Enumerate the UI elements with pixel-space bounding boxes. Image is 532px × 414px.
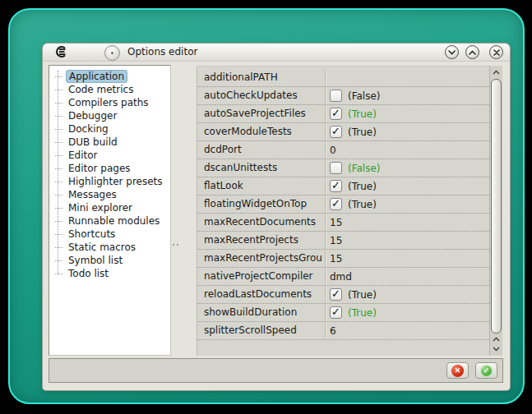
sidebar-item-debugger[interactable]: Debugger bbox=[49, 109, 170, 122]
dot-icon bbox=[111, 52, 113, 54]
option-row-showBuildDuration[interactable]: showBuildDuration✓(True) bbox=[197, 304, 489, 322]
sidebar-item-todo-list[interactable]: Todo list bbox=[49, 267, 170, 280]
splitter-handle[interactable] bbox=[171, 241, 183, 249]
tree-branch-icon bbox=[55, 155, 62, 156]
unshade-button[interactable] bbox=[465, 45, 479, 59]
option-value-cell[interactable]: ✓(True) bbox=[326, 196, 489, 213]
window-menu-button[interactable] bbox=[104, 45, 120, 61]
option-value-cell[interactable]: 15 bbox=[326, 232, 489, 249]
option-row-reloadLastDocuments[interactable]: reloadLastDocuments✓(True) bbox=[197, 286, 489, 304]
app-logo-icon bbox=[54, 45, 67, 58]
sidebar-item-label: DUB build bbox=[66, 136, 120, 149]
option-row-dcdPort[interactable]: dcdPort0 bbox=[197, 141, 489, 159]
option-value-text: (True) bbox=[348, 199, 377, 210]
sidebar-item-label: Code metrics bbox=[66, 83, 136, 96]
option-row-dscanUnittests[interactable]: dscanUnittests(False) bbox=[197, 159, 489, 177]
window-frame: Options editor ApplicationCode metricsCo… bbox=[8, 8, 525, 404]
option-row-autoSaveProjectFiles[interactable]: autoSaveProjectFiles✓(True) bbox=[197, 105, 489, 123]
option-row-coverModuleTests[interactable]: coverModuleTests✓(True) bbox=[197, 123, 489, 141]
option-value-cell[interactable]: 0 bbox=[326, 141, 489, 159]
close-button[interactable] bbox=[489, 45, 503, 59]
tree-branch-icon bbox=[55, 260, 62, 261]
chevron-down-icon bbox=[448, 50, 456, 55]
sidebar-item-application[interactable]: Application bbox=[49, 70, 170, 83]
accept-check-icon: ✓ bbox=[480, 365, 493, 377]
option-row-autoCheckUpdates[interactable]: autoCheckUpdates(False) bbox=[197, 87, 489, 105]
option-name: floatingWidgetOnTop bbox=[197, 196, 326, 213]
sidebar-item-docking[interactable]: Docking bbox=[49, 122, 170, 136]
cancel-button[interactable]: ✕ bbox=[446, 362, 469, 379]
scrollbar-thumb[interactable] bbox=[491, 79, 502, 334]
option-name: splitterScrollSpeed bbox=[197, 322, 326, 339]
sidebar-item-editor-pages[interactable]: Editor pages bbox=[49, 162, 170, 175]
checkbox-checked-icon[interactable]: ✓ bbox=[330, 180, 342, 192]
checkbox-checked-icon[interactable]: ✓ bbox=[330, 126, 342, 138]
sidebar-item-code-metrics[interactable]: Code metrics bbox=[49, 83, 170, 96]
scroll-down-button[interactable] bbox=[491, 344, 502, 353]
chevron-up-icon bbox=[493, 70, 500, 75]
option-value-text: (True) bbox=[348, 289, 377, 301]
scroll-up-button[interactable] bbox=[491, 67, 502, 76]
option-value-text: (True) bbox=[348, 181, 377, 192]
option-value-cell[interactable]: ✓(True) bbox=[326, 123, 489, 140]
option-value-cell[interactable]: 15 bbox=[326, 250, 489, 267]
sidebar-item-label: Static macros bbox=[66, 241, 138, 254]
option-row-nativeProjectCompiler[interactable]: nativeProjectCompilerdmd bbox=[197, 268, 489, 286]
checkbox-unchecked-icon[interactable] bbox=[330, 162, 342, 174]
shade-button[interactable] bbox=[445, 45, 459, 59]
sidebar-item-highlighter-presets[interactable]: Highlighter presets bbox=[49, 175, 170, 188]
chevron-down-icon bbox=[493, 347, 500, 352]
option-row-additionalPATH[interactable]: additionalPATH bbox=[197, 69, 489, 87]
chevron-up-icon bbox=[493, 337, 500, 342]
checkbox-checked-icon[interactable]: ✓ bbox=[330, 306, 342, 319]
sidebar-item-messages[interactable]: Messages bbox=[49, 188, 170, 201]
option-value-cell[interactable]: (False) bbox=[326, 87, 489, 104]
checkbox-unchecked-icon[interactable] bbox=[330, 90, 342, 102]
checkbox-checked-icon[interactable]: ✓ bbox=[330, 288, 342, 301]
option-value-text: (False) bbox=[348, 163, 381, 174]
scroll-up-button-bottom[interactable] bbox=[491, 334, 502, 343]
sidebar-item-symbol-list[interactable]: Symbol list bbox=[49, 254, 170, 267]
sidebar-item-shortcuts[interactable]: Shortcuts bbox=[49, 228, 170, 241]
option-name: autoSaveProjectFiles bbox=[197, 105, 326, 122]
option-value-cell[interactable]: 6 bbox=[326, 322, 489, 339]
checkbox-checked-icon[interactable]: ✓ bbox=[330, 108, 342, 120]
tree-branch-icon bbox=[55, 168, 62, 169]
sidebar-item-runnable-modules[interactable]: Runnable modules bbox=[49, 214, 170, 228]
tree-branch-icon bbox=[55, 274, 62, 274]
option-value-text: 15 bbox=[330, 235, 342, 246]
option-row-floatingWidgetOnTop[interactable]: floatingWidgetOnTop✓(True) bbox=[197, 196, 489, 214]
sidebar-item-label: Mini explorer bbox=[66, 201, 135, 214]
option-row-maxRecentDocuments[interactable]: maxRecentDocuments15 bbox=[197, 214, 489, 232]
option-value-cell[interactable]: dmd bbox=[326, 268, 489, 285]
option-value-cell[interactable] bbox=[326, 69, 489, 86]
accept-button[interactable]: ✓ bbox=[475, 362, 497, 379]
option-value-cell[interactable]: ✓(True) bbox=[326, 286, 489, 303]
option-value-cell[interactable]: 15 bbox=[326, 214, 489, 231]
titlebar[interactable]: Options editor bbox=[43, 44, 510, 62]
option-row-splitterScrollSpeed[interactable]: splitterScrollSpeed6 bbox=[197, 322, 489, 340]
checkbox-checked-icon[interactable]: ✓ bbox=[330, 198, 342, 210]
sidebar-item-mini-explorer[interactable]: Mini explorer bbox=[49, 201, 170, 214]
sidebar-item-static-macros[interactable]: Static macros bbox=[49, 241, 170, 254]
option-row-maxRecentProjects[interactable]: maxRecentProjects15 bbox=[197, 232, 489, 250]
categories-tree[interactable]: ApplicationCode metricsCompilers pathsDe… bbox=[49, 65, 171, 356]
sidebar-item-editor[interactable]: Editor bbox=[49, 149, 170, 162]
cancel-x-icon: ✕ bbox=[451, 365, 464, 377]
option-value-text: 6 bbox=[330, 325, 336, 337]
option-value-cell[interactable]: ✓(True) bbox=[326, 177, 489, 195]
option-name: flatLook bbox=[197, 177, 326, 195]
option-row-maxRecentProjectsGrou[interactable]: maxRecentProjectsGrou15 bbox=[197, 250, 489, 268]
sidebar-item-dub-build[interactable]: DUB build bbox=[49, 136, 170, 149]
grid-vertical-scrollbar[interactable] bbox=[489, 66, 502, 356]
sidebar-item-compilers-paths[interactable]: Compilers paths bbox=[49, 96, 170, 109]
option-value-cell[interactable]: (False) bbox=[326, 159, 489, 177]
option-value-cell[interactable]: ✓(True) bbox=[326, 105, 489, 122]
option-value-text: dmd bbox=[330, 271, 352, 283]
options-grid[interactable]: additionalPATHautoCheckUpdates(False)aut… bbox=[197, 66, 489, 356]
option-row-flatLook[interactable]: flatLook✓(True) bbox=[197, 177, 489, 196]
tree-branch-icon bbox=[55, 182, 62, 182]
tree-branch-icon bbox=[55, 208, 62, 209]
sidebar-item-label: Debugger bbox=[66, 109, 119, 122]
option-value-cell[interactable]: ✓(True) bbox=[326, 304, 489, 321]
